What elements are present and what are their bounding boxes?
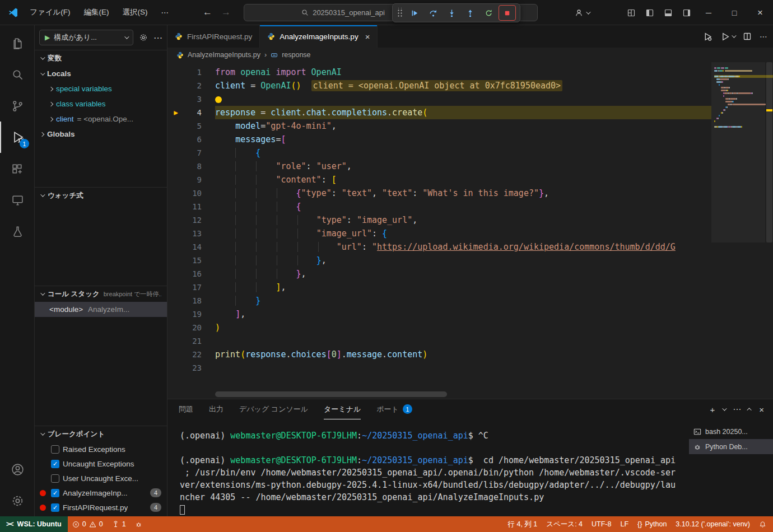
gutter-line[interactable]: 13 <box>167 227 215 240</box>
gear-icon[interactable] <box>139 33 148 42</box>
gutter-line[interactable]: 19 <box>167 307 215 321</box>
twisty-icon[interactable] <box>49 116 53 121</box>
activity-source-control[interactable] <box>0 90 34 122</box>
variable-row[interactable]: class variables <box>35 96 167 111</box>
close-button[interactable]: × <box>747 0 773 25</box>
activity-run-debug[interactable]: 1 <box>0 122 34 153</box>
breakpoint-checkbox[interactable]: ✓ <box>51 489 59 497</box>
code-line-18[interactable]: } <box>215 294 711 307</box>
breakpoint-checkbox[interactable] <box>51 445 59 454</box>
new-terminal-dropdown-icon[interactable] <box>722 406 727 410</box>
call-stack-frame[interactable]: <module>AnalyzeIm... <box>35 302 167 317</box>
gutter-line[interactable]: 11 <box>167 200 215 213</box>
current-frame-arrow-icon[interactable]: ▶ <box>167 109 184 116</box>
code-line-14[interactable]: "url": "https://upload.wikimedia.org/wik… <box>215 240 711 254</box>
panel-more-actions-icon[interactable]: ⋯ <box>733 404 741 414</box>
more-actions-icon[interactable]: ⋯ <box>760 32 767 41</box>
panel-tab-ターミナル[interactable]: ターミナル <box>324 399 361 419</box>
activity-remote-explorer[interactable] <box>0 184 34 216</box>
code-lines[interactable]: from openai import OpenAIclient = OpenAI… <box>215 62 711 399</box>
menu-item-⋯[interactable]: ⋯ <box>155 0 176 25</box>
menu-item-選択(S)[interactable]: 選択(S) <box>116 0 155 25</box>
code-line-6[interactable]: messages=[ <box>215 133 711 146</box>
continue-button[interactable] <box>406 5 423 21</box>
maximize-button[interactable]: □ <box>721 0 747 25</box>
activity-search[interactable] <box>0 59 34 90</box>
code-line-23[interactable] <box>215 361 711 375</box>
drag-handle-icon[interactable] <box>397 8 402 18</box>
debug-config-dropdown[interactable]: ▶ 構成があり... <box>39 30 133 45</box>
terminal-output[interactable]: (.openai) webmaster@DESKTOP-6TJ9LHM:~/20… <box>167 419 689 516</box>
code-line-17[interactable]: ], <box>215 281 711 294</box>
encoding-setting[interactable]: UTF-8 <box>587 516 616 532</box>
start-debugging-icon[interactable]: ▶ <box>45 34 50 41</box>
debug-session-indicator[interactable] <box>131 516 147 532</box>
variable-row[interactable]: special variables <box>35 81 167 96</box>
breakpoint-row[interactable]: ✓Uncaught Exceptions <box>35 456 167 471</box>
breakpoint-row[interactable]: Raised Exceptions <box>35 442 167 456</box>
gutter-line[interactable]: 1 <box>167 66 215 79</box>
breakpoint-checkbox[interactable] <box>51 474 59 483</box>
gutter-line[interactable]: 10 <box>167 186 215 200</box>
twisty-icon[interactable] <box>49 86 53 91</box>
gutter-line[interactable]: 12 <box>167 213 215 227</box>
twisty-icon[interactable] <box>49 101 53 106</box>
step-over-button[interactable] <box>425 5 442 21</box>
customize-layout-button[interactable] <box>622 0 640 25</box>
stop-button[interactable] <box>499 5 516 21</box>
twisty-icon[interactable] <box>40 71 45 75</box>
toggle-primary-sidebar-button[interactable] <box>640 0 659 25</box>
panel-tab-問題[interactable]: 問題 <box>179 399 193 419</box>
maximize-panel-icon[interactable] <box>747 408 752 412</box>
twisty-icon[interactable] <box>40 132 44 136</box>
call-stack-section-header[interactable]: コール スタック breakpoint で一時停... <box>35 286 167 302</box>
back-button[interactable]: ← <box>203 7 212 18</box>
gutter-line[interactable]: 9 <box>167 173 215 186</box>
breakpoints-section-header[interactable]: ブレークポイント <box>35 426 167 442</box>
horizontal-scrollbar[interactable] <box>215 391 447 397</box>
step-out-button[interactable] <box>462 5 479 21</box>
gutter-line[interactable]: 8 <box>167 160 215 173</box>
toggle-secondary-sidebar-button[interactable] <box>677 0 696 25</box>
gutter-line[interactable]: 7 <box>167 146 215 160</box>
gutter-line[interactable]: 22 <box>167 348 215 361</box>
variables-section-header[interactable]: 変数 <box>35 50 167 66</box>
cursor-position[interactable]: 行 4, 列 1 <box>503 516 542 532</box>
activity-account[interactable] <box>0 454 34 485</box>
code-line-2[interactable]: client = OpenAI() client = <openai.OpenA… <box>215 79 711 92</box>
close-icon[interactable]: × <box>365 32 370 41</box>
split-editor-icon[interactable] <box>743 32 752 41</box>
menu-item-ファイル(F)[interactable]: ファイル(F) <box>23 0 77 25</box>
code-line-19[interactable]: ], <box>215 307 711 321</box>
gutter-line[interactable]: 6 <box>167 133 215 146</box>
python-interpreter[interactable]: 3.10.12 ('.openai': venv) <box>671 516 755 532</box>
code-line-13[interactable]: "image_url": { <box>215 227 711 240</box>
remote-indicator[interactable]: >< WSL: Ubuntu <box>0 516 68 532</box>
code-line-20[interactable]: ) <box>215 321 711 334</box>
activity-extensions[interactable] <box>0 153 34 184</box>
gutter-line[interactable]: 3 <box>167 92 215 106</box>
code-line-10[interactable]: {"type": "text", "text": "What's in this… <box>215 186 711 200</box>
debug-python-file-icon[interactable] <box>703 32 713 41</box>
new-terminal-button[interactable]: + <box>710 405 715 414</box>
breakpoint-row[interactable]: User Uncaught Exce... <box>35 471 167 486</box>
more-actions-icon[interactable]: ⋯ <box>153 32 162 43</box>
breadcrumb-file[interactable]: AnalyzeImageInputs.py <box>188 51 260 59</box>
code-line-22[interactable]: print(response.choices[0].message.conten… <box>215 348 711 361</box>
activity-testing[interactable] <box>0 216 34 247</box>
forward-button[interactable]: → <box>221 7 231 18</box>
activity-settings[interactable] <box>0 485 34 516</box>
notifications-bell[interactable] <box>755 516 771 532</box>
accounts-button[interactable] <box>574 8 589 17</box>
run-python-file-icon[interactable] <box>720 32 735 41</box>
step-into-button[interactable] <box>443 5 460 21</box>
close-panel-icon[interactable]: × <box>759 405 764 414</box>
tab-AnalyzeImageInputs.py[interactable]: AnalyzeImageInputs.py× <box>260 25 378 48</box>
code-line-16[interactable]: }, <box>215 267 711 281</box>
terminal-list-item[interactable]: Python Deb... <box>689 439 773 454</box>
variable-row[interactable]: client = <openai.Ope... <box>35 111 167 127</box>
gutter-line[interactable]: 21 <box>167 334 215 348</box>
menu-item-編集(E)[interactable]: 編集(E) <box>77 0 116 25</box>
code-line-3[interactable] <box>215 92 711 106</box>
terminal-list-item[interactable]: bash 20250... <box>689 424 773 439</box>
